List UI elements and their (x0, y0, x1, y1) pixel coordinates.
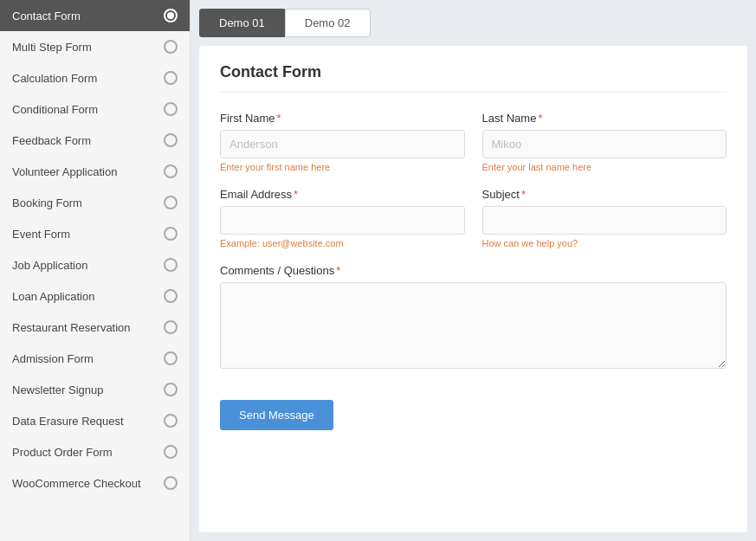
radio-calculation-form (164, 71, 178, 85)
sidebar-label-newsletter-signup: Newsletter Signup (12, 383, 104, 396)
radio-loan-application (164, 289, 178, 303)
sidebar-label-loan-application: Loan Application (12, 290, 94, 303)
sidebar-label-feedback-form: Feedback Form (12, 134, 91, 147)
name-row: First Name* Enter your first name here L… (220, 112, 727, 172)
sidebar-item-newsletter-signup[interactable]: Newsletter Signup (0, 374, 190, 405)
radio-newsletter-signup (164, 383, 178, 396)
sidebar-label-booking-form: Booking Form (12, 196, 82, 209)
comments-group: Comments / Questions* (220, 264, 727, 369)
email-input[interactable] (220, 206, 465, 235)
last-name-label: Last Name* (482, 112, 727, 125)
sidebar-label-data-erasure-request: Data Erasure Request (12, 415, 124, 428)
radio-admission-form (164, 351, 178, 365)
comments-textarea[interactable] (220, 282, 727, 369)
sidebar-label-woocommerce-checkout: WooCommerce Checkout (12, 477, 141, 490)
radio-product-order-form (164, 445, 178, 459)
sidebar-item-contact-form[interactable]: Contact Form (0, 0, 190, 31)
radio-restaurant-reservation (164, 320, 178, 334)
sidebar-label-conditional-form: Conditional Form (12, 103, 98, 116)
subject-label: Subject* (482, 188, 727, 201)
email-subject-row: Email Address* Example: user@website.com… (220, 188, 727, 248)
sidebar-item-admission-form[interactable]: Admission Form (0, 343, 190, 374)
sidebar-label-restaurant-reservation: Restaurant Reservation (12, 321, 131, 334)
comments-label: Comments / Questions* (220, 264, 727, 277)
tab-bar: Demo 01Demo 02 (199, 9, 747, 37)
sidebar-item-volunteer-application[interactable]: Volunteer Application (0, 156, 190, 187)
first-name-required: * (277, 112, 281, 125)
last-name-hint: Enter your last name here (482, 162, 727, 172)
sidebar-item-restaurant-reservation[interactable]: Restaurant Reservation (0, 312, 190, 343)
subject-required: * (521, 188, 526, 201)
send-message-button[interactable]: Send Message (220, 400, 333, 430)
radio-job-application (164, 258, 178, 272)
sidebar-item-multi-step-form[interactable]: Multi Step Form (0, 31, 190, 62)
sidebar-item-woocommerce-checkout[interactable]: WooCommerce Checkout (0, 467, 190, 499)
sidebar-label-contact-form: Contact Form (12, 10, 81, 23)
sidebar-item-conditional-form[interactable]: Conditional Form (0, 93, 190, 125)
sidebar-label-volunteer-application: Volunteer Application (12, 165, 117, 178)
sidebar-item-calculation-form[interactable]: Calculation Form (0, 62, 190, 93)
sidebar-label-admission-form: Admission Form (12, 352, 94, 365)
email-hint: Example: user@website.com (220, 238, 465, 248)
email-required: * (294, 188, 298, 201)
radio-conditional-form (164, 102, 178, 116)
sidebar-label-event-form: Event Form (12, 228, 70, 241)
sidebar-item-job-application[interactable]: Job Application (0, 249, 190, 280)
radio-booking-form (164, 196, 178, 209)
tab-demo01[interactable]: Demo 01 (199, 9, 285, 37)
sidebar-item-feedback-form[interactable]: Feedback Form (0, 125, 190, 156)
comments-row: Comments / Questions* (220, 264, 727, 369)
form-container: Contact Form First Name* Enter your firs… (199, 46, 747, 532)
last-name-group: Last Name* Enter your last name here (482, 112, 727, 172)
first-name-group: First Name* Enter your first name here (220, 112, 465, 172)
first-name-label: First Name* (220, 112, 465, 125)
radio-woocommerce-checkout (164, 476, 178, 490)
sidebar-item-product-order-form[interactable]: Product Order Form (0, 436, 190, 467)
tab-demo02[interactable]: Demo 02 (285, 9, 371, 37)
sidebar-item-booking-form[interactable]: Booking Form (0, 187, 190, 218)
main-content: Demo 01Demo 02 Contact Form First Name* … (191, 0, 756, 541)
sidebar-label-job-application: Job Application (12, 259, 87, 272)
first-name-input[interactable] (220, 130, 465, 158)
sidebar: Contact FormMulti Step FormCalculation F… (0, 0, 191, 541)
email-group: Email Address* Example: user@website.com (220, 188, 465, 248)
last-name-input[interactable] (482, 130, 727, 158)
subject-input[interactable] (482, 206, 727, 235)
sidebar-item-loan-application[interactable]: Loan Application (0, 280, 190, 312)
radio-data-erasure-request (164, 414, 178, 428)
sidebar-label-calculation-form: Calculation Form (12, 72, 97, 85)
first-name-hint: Enter your first name here (220, 162, 465, 172)
radio-event-form (164, 227, 178, 241)
radio-contact-form (164, 9, 178, 23)
sidebar-item-data-erasure-request[interactable]: Data Erasure Request (0, 405, 190, 436)
email-label: Email Address* (220, 188, 465, 201)
sidebar-item-event-form[interactable]: Event Form (0, 218, 190, 249)
comments-required: * (336, 264, 340, 277)
radio-volunteer-application (164, 164, 178, 178)
last-name-required: * (538, 112, 542, 125)
radio-multi-step-form (164, 40, 178, 54)
subject-hint: How can we help you? (482, 238, 727, 248)
sidebar-label-product-order-form: Product Order Form (12, 446, 113, 459)
form-title: Contact Form (220, 63, 727, 93)
sidebar-label-multi-step-form: Multi Step Form (12, 41, 92, 54)
radio-feedback-form (164, 133, 178, 147)
subject-group: Subject* How can we help you? (482, 188, 727, 248)
